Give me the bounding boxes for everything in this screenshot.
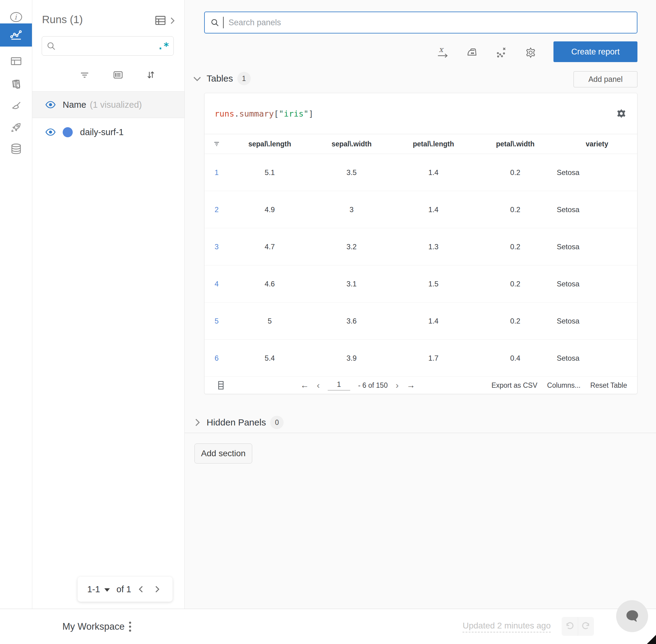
row-height-icon[interactable] <box>217 381 224 390</box>
table-cell: 1.3 <box>393 243 474 251</box>
table-cell: 1.7 <box>393 354 474 363</box>
search-icon <box>210 18 219 27</box>
next-page-button[interactable] <box>151 585 163 594</box>
group-runs-button[interactable] <box>109 66 127 84</box>
workspace-main: x <box>184 0 656 609</box>
table-row: 65.43.91.70.4Setosa <box>205 340 637 377</box>
help-chat-button[interactable] <box>616 600 648 632</box>
row-index-link[interactable]: 6 <box>205 354 229 363</box>
database-icon[interactable] <box>0 137 32 160</box>
panel-search-input[interactable] <box>228 18 631 28</box>
runs-title: Runs (1) <box>42 14 83 26</box>
add-panel-button[interactable]: Add panel <box>573 71 637 87</box>
visualized-count-label: (1 visualized) <box>90 100 142 110</box>
prev-page-button[interactable] <box>135 585 147 594</box>
table-row: 34.73.21.30.2Setosa <box>205 228 637 266</box>
page-number-input[interactable] <box>328 380 350 391</box>
tables-section-label[interactable]: Tables <box>207 73 233 84</box>
table-cell: 0.4 <box>474 354 556 363</box>
smoothing-iron-icon[interactable] <box>466 46 478 60</box>
panels-icon[interactable] <box>0 50 32 73</box>
export-csv-button[interactable]: Export as CSV <box>491 381 537 390</box>
panel-header: runs.summary["iris"] <box>205 93 637 134</box>
row-index-link[interactable]: 1 <box>205 168 229 177</box>
workspace-screen: i <box>0 0 656 644</box>
table-body: 15.13.51.40.2Setosa24.931.40.2Setosa34.7… <box>205 154 637 377</box>
workspace-name-label[interactable]: My Workspace <box>62 621 124 632</box>
row-index-link[interactable]: 3 <box>205 243 229 251</box>
column-header[interactable]: variety <box>556 140 638 148</box>
run-name[interactable]: daily-surf-1 <box>80 127 123 137</box>
expand-runs-table-button[interactable] <box>155 15 175 27</box>
panel-settings-gear-icon[interactable] <box>615 108 627 119</box>
run-search-input[interactable] <box>56 41 157 51</box>
chevron-right-icon <box>169 16 175 25</box>
table-cell: 0.2 <box>474 317 556 325</box>
create-report-button[interactable]: Create report <box>554 41 637 62</box>
column-header[interactable]: petal\.length <box>393 140 474 148</box>
tables-section-header: Tables 1 <box>192 72 251 85</box>
table-cell: 1.4 <box>393 168 474 177</box>
table-cell: Setosa <box>556 317 638 325</box>
filter-runs-button[interactable] <box>75 66 94 84</box>
run-color-dot <box>63 127 73 137</box>
column-header[interactable]: petal\.width <box>474 140 556 148</box>
run-controls <box>32 66 184 84</box>
table-cell: 5 <box>229 317 311 325</box>
runs-name-header-row[interactable]: Name (1 visualized) <box>32 91 184 118</box>
eye-visible-icon[interactable] <box>45 128 56 136</box>
search-icon <box>46 41 56 51</box>
x-axis-settings-icon[interactable]: x <box>437 46 449 60</box>
updated-timestamp[interactable]: Updated 2 minutes ago <box>463 621 551 632</box>
table-cell: 4.6 <box>229 280 311 288</box>
table-pagination: ← ‹ - 6 of 150 › → <box>300 380 415 391</box>
table-cell: 3.9 <box>311 354 393 363</box>
columns-button[interactable]: Columns... <box>547 381 581 390</box>
chevron-down-icon[interactable] <box>192 73 202 84</box>
table-cell: Setosa <box>556 280 638 288</box>
text-cursor <box>223 17 224 28</box>
first-page-arrow[interactable]: ← <box>300 381 309 390</box>
table-cell: 0.2 <box>474 168 556 177</box>
table-row: 44.63.11.50.2Setosa <box>205 266 637 302</box>
column-filter-icon[interactable] <box>205 140 229 148</box>
undo-button[interactable] <box>562 617 578 636</box>
table-cell: 0.2 <box>474 280 556 288</box>
redo-button[interactable] <box>578 617 594 636</box>
row-index-link[interactable]: 2 <box>205 205 229 214</box>
column-header[interactable]: sepal\.width <box>311 140 393 148</box>
table-cell: 5.4 <box>229 354 311 363</box>
eye-visible-icon[interactable] <box>45 101 56 109</box>
clipboard-icon[interactable] <box>0 72 32 96</box>
run-search-box: .* <box>42 36 174 56</box>
regex-toggle[interactable]: .* <box>157 41 169 51</box>
prev-page-chevron[interactable]: ‹ <box>317 380 320 390</box>
row-index-link[interactable]: 5 <box>205 317 229 325</box>
row-index-link[interactable]: 4 <box>205 280 229 288</box>
broom-icon[interactable] <box>0 95 32 118</box>
table-row: 24.931.40.2Setosa <box>205 191 637 228</box>
table-header-row: sepal\.lengthsepal\.widthpetal\.lengthpe… <box>205 134 637 154</box>
hidden-panels-label[interactable]: Hidden Panels <box>207 417 266 428</box>
table-row: 553.61.40.2Setosa <box>205 302 637 340</box>
page-range-label[interactable]: 1-1 <box>87 584 100 594</box>
run-row[interactable]: daily-surf-1 <box>32 118 184 146</box>
sort-runs-button[interactable] <box>141 66 160 84</box>
table-cell: 1.4 <box>393 317 474 325</box>
table-cell: 0.2 <box>474 205 556 214</box>
column-header[interactable]: sepal\.length <box>229 140 311 148</box>
svg-text:i: i <box>14 13 17 21</box>
next-page-chevron[interactable]: › <box>396 380 399 390</box>
page-size-dropdown-icon[interactable] <box>104 588 110 592</box>
outliers-icon[interactable] <box>495 46 508 60</box>
table-cell: 4.9 <box>229 205 311 214</box>
table-cell: 1.5 <box>393 280 474 288</box>
line-chart-icon[interactable] <box>0 23 32 47</box>
rocket-icon[interactable] <box>0 116 32 139</box>
add-section-button[interactable]: Add section <box>194 443 252 463</box>
workspace-menu-kebab-icon[interactable] <box>127 620 133 634</box>
last-page-arrow[interactable]: → <box>406 381 415 390</box>
reset-table-button[interactable]: Reset Table <box>590 381 627 390</box>
settings-gear-icon[interactable] <box>524 46 537 60</box>
chevron-right-icon[interactable] <box>192 417 202 428</box>
